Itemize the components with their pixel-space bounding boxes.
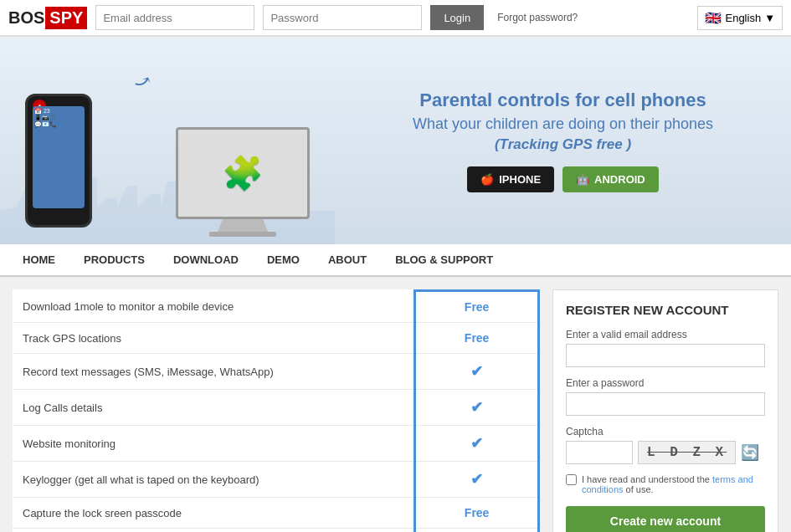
feature-name: Record text messages (SMS, iMessage, Wha…: [13, 354, 415, 390]
register-password-input[interactable]: [566, 392, 765, 416]
feature-value: ✔: [415, 462, 539, 498]
feature-value: Free: [415, 498, 539, 529]
feature-value: Free: [415, 323, 539, 354]
mac-base: [209, 232, 276, 237]
forgot-password-link[interactable]: Forgot password?: [497, 12, 578, 23]
logo-spy: SPY: [45, 7, 87, 29]
apple-icon: 🍎: [480, 173, 494, 186]
android-label: ANDROID: [594, 173, 645, 186]
header: BOS SPY Login Forgot password? 🇬🇧 Englis…: [0, 0, 791, 37]
captcha-refresh-icon[interactable]: 🔄: [741, 443, 759, 462]
captcha-image: L D Z X: [638, 441, 736, 464]
captcha-label: Captcha: [566, 426, 765, 437]
hero-arrow-icon: ⤻: [131, 68, 154, 95]
feature-name: Download 1mole to monitor a mobile devic…: [13, 291, 415, 323]
main-content: Download 1mole to monitor a mobile devic…: [0, 277, 791, 532]
phone-mockup: 4 📅 23📱📷🎵💬📧📞: [25, 94, 92, 228]
table-row: Keylogger (get all what is taped on the …: [13, 462, 539, 498]
hero-subtitle2: (Tracking GPS free ): [360, 136, 766, 153]
terms-checkbox[interactable]: [566, 474, 577, 485]
terms-prefix: I have read and understood the: [582, 474, 712, 484]
hero-left: 4 📅 23📱📷🎵💬📧📞 ⤻ 🧩: [0, 37, 335, 244]
hero-subtitle2-prefix: (Tracking GPS: [495, 136, 597, 152]
captcha-input[interactable]: [566, 441, 633, 464]
table-row: Record text messages (SMS, iMessage, Wha…: [13, 354, 539, 390]
feature-value: ✔: [415, 426, 539, 462]
register-title: REGISTER NEW ACCOUNT: [566, 303, 765, 317]
language-selector[interactable]: 🇬🇧 English ▼: [697, 6, 783, 30]
table-row: Capture the lock sreen passcodeFree: [13, 498, 539, 529]
hero-subtitle2-suffix: ): [623, 136, 631, 152]
features-table: Download 1mole to monitor a mobile devic…: [13, 289, 540, 532]
feature-value: Free: [415, 291, 539, 323]
nav-item-blog[interactable]: BLOG & SUPPORT: [381, 244, 507, 275]
table-row: Log Calls details✔: [13, 390, 539, 426]
feature-name: Website monitoring: [13, 426, 415, 462]
table-row: Track GPS locationsFree: [13, 323, 539, 354]
password-label: Enter a password: [566, 377, 765, 389]
language-label: English: [725, 12, 761, 24]
hero-section: 4 📅 23📱📷🎵💬📧📞 ⤻ 🧩 Parental controls for c…: [0, 37, 791, 244]
terms-text: I have read and understood the terms and…: [582, 474, 765, 494]
logo[interactable]: BOS SPY: [8, 7, 87, 29]
feature-name: Track GPS locations: [13, 323, 415, 354]
flag-icon: 🇬🇧: [705, 10, 722, 26]
features-tbody: Download 1mole to monitor a mobile devic…: [13, 291, 539, 533]
table-row: Download 1mole to monitor a mobile devic…: [13, 291, 539, 323]
phone-screen: 📅 23📱📷🎵💬📧📞: [33, 106, 85, 208]
hero-title: Parental controls for cell phones: [360, 89, 766, 113]
terms-row: I have read and understood the terms and…: [566, 474, 765, 494]
hero-subtitle: What your children are doing on their ph…: [360, 115, 766, 133]
phone-screen-content: 📅 23📱📷🎵💬📧📞: [33, 106, 85, 130]
android-icon: 🤖: [576, 173, 589, 186]
android-button[interactable]: 🤖 ANDROID: [562, 166, 659, 192]
nav-item-about[interactable]: ABOUT: [314, 244, 381, 275]
mac-stand: [218, 219, 268, 232]
store-buttons: 🍎 IPHONE 🤖 ANDROID: [360, 166, 766, 192]
feature-name: Invisible on the mobile device: [13, 529, 415, 533]
table-row: Website monitoring✔: [13, 426, 539, 462]
iphone-label: IPHONE: [499, 173, 541, 186]
table-row: Invisible on the mobile deviceFree: [13, 529, 539, 533]
register-title-rest: NEW ACCOUNT: [630, 303, 729, 317]
password-input[interactable]: [263, 5, 422, 30]
mac-mockup: 🧩: [176, 127, 310, 236]
feature-name: Keylogger (get all what is taped on the …: [13, 462, 415, 498]
login-button[interactable]: Login: [430, 5, 484, 30]
feature-name: Log Calls details: [13, 390, 415, 426]
dropdown-arrow-icon: ▼: [764, 12, 775, 24]
nav-bar: HOME PRODUCTS DOWNLOAD DEMO ABOUT BLOG &…: [0, 244, 791, 277]
nav-item-demo[interactable]: DEMO: [253, 244, 314, 275]
iphone-button[interactable]: 🍎 IPHONE: [467, 166, 554, 192]
nav-item-home[interactable]: HOME: [8, 244, 69, 275]
register-email-input[interactable]: [566, 344, 765, 367]
feature-value: Free: [415, 529, 539, 533]
nav-item-download[interactable]: DOWNLOAD: [159, 244, 253, 275]
logo-bos: BOS: [8, 8, 44, 28]
mac-screen: 🧩: [176, 127, 310, 219]
nav-item-products[interactable]: PRODUCTS: [69, 244, 159, 275]
feature-name: Capture the lock sreen passcode: [13, 498, 415, 529]
captcha-row: L D Z X 🔄: [566, 441, 765, 464]
feature-value: ✔: [415, 390, 539, 426]
email-input[interactable]: [95, 5, 254, 30]
terms-suffix: of use.: [624, 484, 654, 494]
features-section: Download 1mole to monitor a mobile devic…: [13, 289, 540, 532]
create-account-button[interactable]: Create new account: [566, 506, 765, 532]
register-panel: REGISTER NEW ACCOUNT Enter a valid email…: [552, 289, 778, 532]
hero-free-text: free: [596, 136, 622, 152]
feature-value: ✔: [415, 354, 539, 390]
email-label: Enter a valid email address: [566, 329, 765, 340]
puzzle-icon: 🧩: [222, 154, 264, 193]
hero-right: Parental controls for cell phones What y…: [335, 72, 791, 210]
register-title-bold: REGISTER: [566, 303, 630, 317]
